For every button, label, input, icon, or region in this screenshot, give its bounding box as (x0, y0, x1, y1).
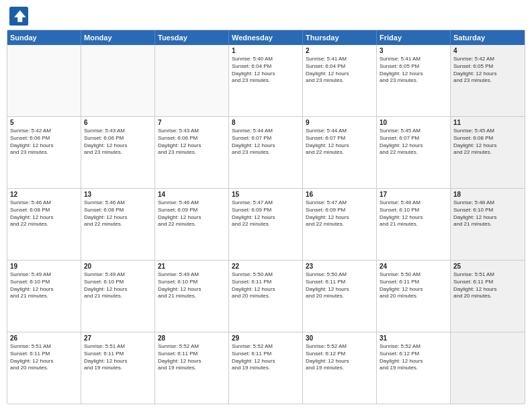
cell-info: Sunrise: 5:49 AM Sunset: 6:10 PM Dayligh… (84, 271, 152, 300)
day-number: 28 (158, 334, 226, 342)
cell-info: Sunrise: 5:47 AM Sunset: 6:09 PM Dayligh… (232, 199, 300, 228)
cal-cell-empty-4-6 (451, 332, 525, 404)
cell-info: Sunrise: 5:40 AM Sunset: 6:04 PM Dayligh… (232, 56, 300, 85)
cal-cell-day-4: 4Sunrise: 5:42 AM Sunset: 6:05 PM Daylig… (451, 45, 525, 116)
cal-cell-day-24: 24Sunrise: 5:50 AM Sunset: 6:11 PM Dayli… (377, 261, 451, 332)
cal-cell-day-31: 31Sunrise: 5:52 AM Sunset: 6:12 PM Dayli… (377, 332, 451, 404)
cal-cell-day-25: 25Sunrise: 5:51 AM Sunset: 6:11 PM Dayli… (451, 261, 525, 332)
cell-info: Sunrise: 5:44 AM Sunset: 6:07 PM Dayligh… (232, 128, 300, 156)
cell-info: Sunrise: 5:52 AM Sunset: 6:12 PM Dayligh… (306, 343, 373, 372)
day-number: 3 (380, 47, 447, 54)
day-number: 30 (306, 334, 373, 342)
day-number: 24 (380, 263, 447, 270)
cell-info: Sunrise: 5:41 AM Sunset: 6:04 PM Dayligh… (306, 56, 373, 85)
day-number: 14 (158, 191, 226, 198)
cell-info: Sunrise: 5:43 AM Sunset: 6:06 PM Dayligh… (158, 128, 226, 156)
cal-cell-day-15: 15Sunrise: 5:47 AM Sunset: 6:09 PM Dayli… (229, 189, 303, 260)
day-number: 20 (84, 263, 152, 270)
cell-info: Sunrise: 5:49 AM Sunset: 6:10 PM Dayligh… (10, 271, 78, 300)
cal-cell-day-12: 12Sunrise: 5:46 AM Sunset: 6:08 PM Dayli… (7, 189, 81, 260)
day-number: 16 (306, 191, 373, 198)
cell-info: Sunrise: 5:47 AM Sunset: 6:09 PM Dayligh… (306, 199, 373, 228)
cal-cell-day-23: 23Sunrise: 5:50 AM Sunset: 6:11 PM Dayli… (303, 261, 377, 332)
cell-info: Sunrise: 5:44 AM Sunset: 6:07 PM Dayligh… (306, 128, 373, 156)
calendar-row-0: 1Sunrise: 5:40 AM Sunset: 6:04 PM Daylig… (7, 45, 525, 117)
day-number: 13 (84, 191, 152, 198)
cal-cell-day-27: 27Sunrise: 5:51 AM Sunset: 6:11 PM Dayli… (81, 332, 155, 404)
day-number: 9 (306, 119, 373, 126)
day-number: 22 (232, 263, 300, 270)
cell-info: Sunrise: 5:50 AM Sunset: 6:11 PM Dayligh… (232, 271, 300, 300)
calendar: SundayMondayTuesdayWednesdayThursdayFrid… (7, 30, 525, 404)
calendar-header: SundayMondayTuesdayWednesdayThursdayFrid… (7, 30, 525, 45)
day-number: 2 (306, 47, 373, 54)
calendar-row-1: 5Sunrise: 5:42 AM Sunset: 6:06 PM Daylig… (7, 117, 525, 189)
day-number: 31 (380, 334, 447, 342)
cal-cell-day-7: 7Sunrise: 5:43 AM Sunset: 6:06 PM Daylig… (155, 117, 229, 188)
cal-cell-day-6: 6Sunrise: 5:43 AM Sunset: 6:06 PM Daylig… (81, 117, 155, 188)
cal-cell-day-8: 8Sunrise: 5:44 AM Sunset: 6:07 PM Daylig… (229, 117, 303, 188)
cal-cell-day-19: 19Sunrise: 5:49 AM Sunset: 6:10 PM Dayli… (7, 261, 81, 332)
cal-cell-empty-0-2 (155, 45, 229, 116)
calendar-body: 1Sunrise: 5:40 AM Sunset: 6:04 PM Daylig… (7, 45, 525, 404)
cell-info: Sunrise: 5:52 AM Sunset: 6:12 PM Dayligh… (380, 343, 447, 372)
day-number: 8 (232, 119, 300, 126)
day-number: 23 (306, 263, 373, 270)
cell-info: Sunrise: 5:51 AM Sunset: 6:11 PM Dayligh… (453, 271, 522, 300)
cell-info: Sunrise: 5:51 AM Sunset: 6:11 PM Dayligh… (84, 343, 152, 372)
cell-info: Sunrise: 5:49 AM Sunset: 6:10 PM Dayligh… (158, 271, 226, 300)
cal-cell-day-5: 5Sunrise: 5:42 AM Sunset: 6:06 PM Daylig… (7, 117, 81, 188)
cell-info: Sunrise: 5:46 AM Sunset: 6:08 PM Dayligh… (84, 199, 152, 228)
weekday-header-thursday: Thursday (303, 30, 377, 45)
cal-cell-day-18: 18Sunrise: 5:48 AM Sunset: 6:10 PM Dayli… (451, 189, 525, 260)
cell-info: Sunrise: 5:50 AM Sunset: 6:11 PM Dayligh… (380, 271, 447, 300)
cal-cell-day-9: 9Sunrise: 5:44 AM Sunset: 6:07 PM Daylig… (303, 117, 377, 188)
cal-cell-day-11: 11Sunrise: 5:45 AM Sunset: 6:08 PM Dayli… (451, 117, 525, 188)
page: SundayMondayTuesdayWednesdayThursdayFrid… (0, 0, 532, 411)
day-number: 10 (380, 119, 447, 126)
weekday-header-tuesday: Tuesday (155, 30, 229, 45)
cal-cell-day-29: 29Sunrise: 5:52 AM Sunset: 6:11 PM Dayli… (229, 332, 303, 404)
day-number: 21 (158, 263, 226, 270)
cal-cell-day-30: 30Sunrise: 5:52 AM Sunset: 6:12 PM Dayli… (303, 332, 377, 404)
cal-cell-day-1: 1Sunrise: 5:40 AM Sunset: 6:04 PM Daylig… (229, 45, 303, 116)
day-number: 27 (84, 334, 152, 342)
weekday-header-sunday: Sunday (7, 30, 81, 45)
cal-cell-day-26: 26Sunrise: 5:51 AM Sunset: 6:11 PM Dayli… (7, 332, 81, 404)
cell-info: Sunrise: 5:52 AM Sunset: 6:11 PM Dayligh… (232, 343, 300, 372)
day-number: 6 (84, 119, 152, 126)
day-number: 17 (380, 191, 447, 198)
day-number: 7 (158, 119, 226, 126)
cell-info: Sunrise: 5:48 AM Sunset: 6:10 PM Dayligh… (453, 199, 522, 228)
calendar-row-4: 26Sunrise: 5:51 AM Sunset: 6:11 PM Dayli… (7, 332, 525, 404)
weekday-header-wednesday: Wednesday (229, 30, 303, 45)
cell-info: Sunrise: 5:46 AM Sunset: 6:08 PM Dayligh… (10, 199, 78, 228)
calendar-row-2: 12Sunrise: 5:46 AM Sunset: 6:08 PM Dayli… (7, 189, 525, 261)
cal-cell-day-3: 3Sunrise: 5:41 AM Sunset: 6:05 PM Daylig… (377, 45, 451, 116)
cal-cell-day-22: 22Sunrise: 5:50 AM Sunset: 6:11 PM Dayli… (229, 261, 303, 332)
cell-info: Sunrise: 5:51 AM Sunset: 6:11 PM Dayligh… (10, 343, 78, 372)
weekday-header-saturday: Saturday (451, 30, 525, 45)
cal-cell-day-10: 10Sunrise: 5:45 AM Sunset: 6:07 PM Dayli… (377, 117, 451, 188)
cal-cell-day-16: 16Sunrise: 5:47 AM Sunset: 6:09 PM Dayli… (303, 189, 377, 260)
cell-info: Sunrise: 5:42 AM Sunset: 6:05 PM Dayligh… (453, 56, 522, 85)
cell-info: Sunrise: 5:42 AM Sunset: 6:06 PM Dayligh… (10, 128, 78, 156)
day-number: 1 (232, 47, 300, 54)
day-number: 5 (10, 119, 78, 126)
cal-cell-empty-0-1 (81, 45, 155, 116)
day-number: 18 (453, 191, 522, 198)
cal-cell-day-21: 21Sunrise: 5:49 AM Sunset: 6:10 PM Dayli… (155, 261, 229, 332)
cal-cell-day-20: 20Sunrise: 5:49 AM Sunset: 6:10 PM Dayli… (81, 261, 155, 332)
cal-cell-day-13: 13Sunrise: 5:46 AM Sunset: 6:08 PM Dayli… (81, 189, 155, 260)
header (7, 7, 525, 26)
weekday-header-friday: Friday (377, 30, 451, 45)
day-number: 4 (453, 47, 522, 54)
cell-info: Sunrise: 5:48 AM Sunset: 6:10 PM Dayligh… (380, 199, 447, 228)
day-number: 26 (10, 334, 78, 342)
calendar-row-3: 19Sunrise: 5:49 AM Sunset: 6:10 PM Dayli… (7, 261, 525, 332)
logo-icon (9, 7, 28, 26)
cal-cell-day-14: 14Sunrise: 5:46 AM Sunset: 6:09 PM Dayli… (155, 189, 229, 260)
cell-info: Sunrise: 5:50 AM Sunset: 6:11 PM Dayligh… (306, 271, 373, 300)
cell-info: Sunrise: 5:46 AM Sunset: 6:09 PM Dayligh… (158, 199, 226, 228)
cal-cell-day-17: 17Sunrise: 5:48 AM Sunset: 6:10 PM Dayli… (377, 189, 451, 260)
